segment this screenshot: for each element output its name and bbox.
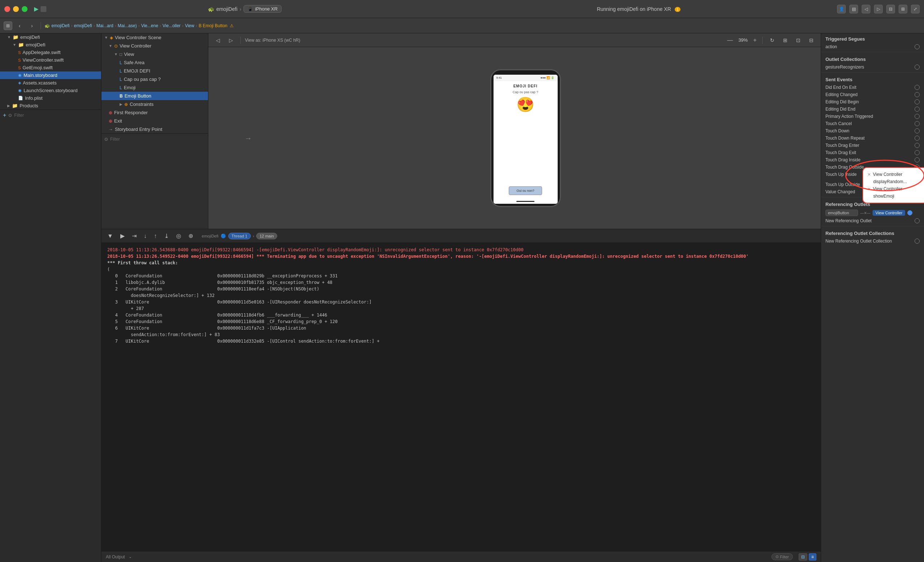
traffic-lights[interactable]: [4, 6, 27, 12]
forward-icon[interactable]: ▷: [874, 5, 883, 14]
canvas-forward-btn[interactable]: ▷: [226, 35, 236, 45]
nav-item-products[interactable]: ▶ 📁 Products: [0, 102, 101, 110]
new-outlet-circle[interactable]: [915, 218, 920, 223]
event-circle-8[interactable]: [915, 143, 920, 148]
debug-play-btn[interactable]: ▶: [118, 232, 127, 240]
event-touch-up-inside-row[interactable]: Touch Up Inside ✕ View Controller displa…: [821, 171, 924, 178]
debug-hide-btn[interactable]: ▼: [105, 232, 115, 240]
bc-viewcontroller[interactable]: Vie...oller: [163, 23, 181, 28]
minimize-button[interactable]: [13, 6, 19, 12]
debug-view-controls[interactable]: ⊟ ≡: [799, 553, 816, 560]
nav-item-assets[interactable]: ◈ Assets.xcassets: [0, 79, 101, 87]
bc-mainase[interactable]: Mai...ase): [118, 23, 137, 28]
debug-continue-btn[interactable]: ⤓: [162, 232, 171, 240]
event-circle-6[interactable]: [915, 128, 920, 134]
nav-item-launchscreen[interactable]: ◉ LaunchScreen.storyboard: [0, 87, 101, 94]
event-circle-4[interactable]: [915, 114, 920, 119]
bc-emojiDefi-icon[interactable]: 🐢: [45, 23, 50, 28]
outlet-name-input[interactable]: [825, 210, 858, 216]
nav-item-info-plist[interactable]: 📄 Info.plist: [0, 94, 101, 102]
canvas-back-btn[interactable]: ◁: [213, 35, 223, 45]
popup-item-show-emoji-2[interactable]: showEmoji: [867, 192, 922, 200]
popup-item-display-random-2[interactable]: displayRandom...: [867, 178, 922, 185]
new-outlet-collection-circle[interactable]: [915, 239, 920, 243]
popup-item-display-random[interactable]: ✕ View Controller: [867, 171, 922, 178]
panel-icon[interactable]: ▤: [849, 5, 858, 14]
bc-emojiDefi[interactable]: emojiDefi: [51, 23, 70, 28]
event-circle-7[interactable]: [915, 135, 920, 141]
scene-item-first-responder[interactable]: ⊕ First Responder: [102, 108, 208, 117]
zoom-control[interactable]: — 39% +: [726, 37, 758, 44]
back-nav-icon[interactable]: ‹: [15, 21, 25, 31]
user-icon[interactable]: 👤: [837, 5, 846, 14]
debug-simulate-btn[interactable]: ◎: [174, 232, 183, 240]
debug-step-in-btn[interactable]: ↓: [142, 232, 149, 240]
debug-console-icon[interactable]: ≡: [809, 553, 816, 560]
bc-mainstoryboard[interactable]: Mai...ard: [96, 23, 113, 28]
maximize-button[interactable]: [22, 6, 27, 12]
forward-nav-icon[interactable]: ›: [27, 21, 37, 31]
scene-item-exit[interactable]: ⊕ Exit: [102, 117, 208, 125]
canvas-main[interactable]: → 9:41 ●●● 📶 🔋 EMOJI DEFI Cap ou pas cap: [208, 47, 821, 229]
event-circle-0[interactable]: [915, 85, 920, 90]
scene-item-constraints[interactable]: ▶ ⊕ Constraints: [102, 100, 208, 108]
iphone-emoji-button[interactable]: Oui ou non?: [509, 186, 542, 195]
fullscreen-icon[interactable]: ⤢: [911, 5, 920, 14]
event-circle-10[interactable]: [915, 157, 920, 162]
title-bar: ▶ 🐢 emojiDefi › 📱 iPhone XR Running emoj…: [0, 0, 924, 18]
event-circle-2[interactable]: [915, 99, 920, 104]
aspect-btn[interactable]: ⊟: [806, 35, 816, 45]
popup-item-show-emoji[interactable]: ✕ View Controller: [867, 185, 922, 192]
bc-view[interactable]: View: [185, 23, 194, 28]
main-label[interactable]: 12 main: [256, 233, 277, 239]
debug-split-icon[interactable]: ⊟: [799, 553, 807, 560]
debug-memory-btn[interactable]: ⊕: [186, 232, 195, 240]
action-circle[interactable]: [915, 44, 920, 49]
output-arrow[interactable]: ⌄: [129, 554, 132, 559]
event-circle-3[interactable]: [915, 107, 920, 112]
debug-step-out-btn[interactable]: ↑: [152, 232, 159, 240]
refresh-btn[interactable]: ↻: [767, 35, 777, 45]
bc-emoji-button[interactable]: B Emoji Button: [199, 23, 227, 28]
nav-item-appdelegate[interactable]: S AppDelegate.swift: [0, 49, 101, 56]
nav-item-main-storyboard[interactable]: ◉ Main.storyboard: [0, 71, 101, 79]
gesture-circle[interactable]: [915, 65, 920, 70]
thread-label[interactable]: Thread 1: [228, 233, 251, 239]
scene-item-vc[interactable]: ▼ ⊙ View Controller: [102, 42, 208, 50]
event-circle-9[interactable]: [915, 150, 920, 155]
device-badge[interactable]: 📱 iPhone XR: [243, 5, 282, 13]
zoom-fit-btn[interactable]: ⊡: [793, 35, 803, 45]
layout-icon[interactable]: ⊞: [898, 5, 908, 14]
stop-button[interactable]: [40, 6, 46, 12]
nav-item-emojidefi-root[interactable]: ▼ 📁 emojiDefi: [0, 33, 101, 41]
split-view-icon[interactable]: ⊟: [886, 5, 895, 14]
scene-item-vc-scene[interactable]: ▼ ◈ View Controller Scene: [102, 33, 208, 42]
scene-item-storyboard-entry[interactable]: → Storyboard Entry Point: [102, 125, 208, 134]
play-button[interactable]: ▶: [34, 5, 38, 12]
close-button[interactable]: [4, 6, 10, 12]
event-circle-5[interactable]: [915, 121, 920, 126]
title-controls[interactable]: 👤 ▤ ◁ ▷ ⊟ ⊞ ⤢: [837, 5, 920, 14]
scene-item-safe-area[interactable]: L Safe Area: [102, 59, 208, 67]
nav-item-emojidefi-group[interactable]: ▼ 📁 emojiDefi: [0, 41, 101, 49]
add-icon[interactable]: +: [3, 112, 6, 119]
event-circle-1[interactable]: [915, 92, 920, 97]
bc-viewscene[interactable]: Vie...ene: [141, 23, 158, 28]
scene-item-emoji[interactable]: L Emoji: [102, 83, 208, 92]
scene-item-view[interactable]: ▼ □ View: [102, 50, 208, 59]
scene-filter-icon: ⊙: [104, 137, 108, 142]
scene-item-emoji-defi[interactable]: L EMOJI DEFI: [102, 67, 208, 75]
bc-emojiDefi2[interactable]: emojiDefi: [74, 23, 92, 28]
grid-icon[interactable]: ⊞: [4, 21, 12, 30]
nav-item-viewcontroller[interactable]: S ViewController.swift: [0, 56, 101, 64]
zoom-out-btn[interactable]: —: [726, 37, 735, 44]
debug-step-over-btn[interactable]: ⇥: [130, 232, 139, 240]
fit-btn[interactable]: ⊞: [780, 35, 790, 45]
zoom-in-btn[interactable]: +: [752, 37, 758, 44]
scene-item-cap[interactable]: L Cap ou pas cap ?: [102, 75, 208, 83]
outlet-circle[interactable]: [908, 210, 912, 215]
back-icon[interactable]: ◁: [862, 5, 870, 14]
debug-filter-input[interactable]: ⊙ Filter: [771, 553, 793, 560]
scene-item-emoji-button[interactable]: B Emoji Button: [102, 92, 208, 100]
nav-item-getemoji[interactable]: S GetEmoji.swift: [0, 64, 101, 71]
